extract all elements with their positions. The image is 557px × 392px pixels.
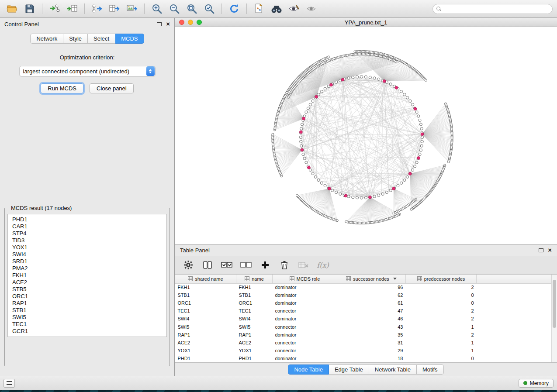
delete-column-icon[interactable]	[278, 258, 291, 272]
table-tab-edge-table[interactable]: Edge Table	[329, 364, 369, 375]
cell-predecessors[interactable]: 0	[406, 354, 477, 362]
cell-successors[interactable]: 29	[337, 347, 406, 354]
table-row[interactable]: STB1STB1dominator620	[175, 291, 551, 299]
mcds-result-item[interactable]: TID3	[8, 237, 166, 244]
run-mcds-button[interactable]: Run MCDS	[41, 83, 83, 93]
select-all-icon[interactable]	[220, 258, 233, 272]
mcds-result-item[interactable]: PHD1	[8, 216, 166, 223]
mcds-result-item[interactable]: ACE2	[8, 279, 166, 286]
cell-name[interactable]: PHD1	[236, 354, 273, 362]
save-icon[interactable]	[22, 2, 38, 16]
delete-table-icon[interactable]	[297, 258, 310, 272]
cell-role[interactable]: connector	[273, 347, 337, 354]
tab-style[interactable]: Style	[63, 34, 88, 44]
cell-name[interactable]: ORC1	[236, 299, 273, 307]
cell-successors[interactable]: 47	[337, 307, 406, 315]
column-header-mcds-role[interactable]: MCDS role	[273, 275, 337, 283]
mcds-result-item[interactable]: SWI5	[8, 314, 166, 321]
import-table-icon[interactable]	[64, 2, 80, 16]
table-scrollbar[interactable]	[551, 275, 557, 362]
cell-shared_name[interactable]: PHD1	[175, 354, 236, 362]
mcds-result-item[interactable]: STP4	[8, 230, 166, 237]
network-window-titlebar[interactable]: YPA_prune.txt_1	[175, 18, 557, 27]
zoom-out-icon[interactable]	[166, 2, 182, 16]
deselect-all-icon[interactable]	[239, 258, 253, 272]
cell-shared_name[interactable]: ACE2	[175, 339, 236, 347]
cell-shared_name[interactable]: RAP1	[175, 331, 236, 339]
show-columns-icon[interactable]	[201, 258, 214, 272]
cell-shared_name[interactable]: FKH1	[175, 283, 236, 291]
export-image-icon[interactable]	[124, 2, 140, 16]
table-row[interactable]: YOX1YOX1connector291	[175, 347, 551, 354]
cell-name[interactable]: SWI5	[236, 323, 273, 330]
cell-role[interactable]: connector	[273, 323, 337, 330]
cell-name[interactable]: ACE2	[236, 339, 273, 347]
mcds-result-item[interactable]: SWI4	[8, 251, 166, 258]
cell-predecessors[interactable]: 0	[406, 299, 477, 307]
cell-role[interactable]: dominator	[273, 315, 337, 323]
cell-predecessors[interactable]: 2	[406, 307, 477, 315]
cell-role[interactable]: dominator	[273, 299, 337, 307]
mcds-result-item[interactable]: PMA2	[8, 265, 166, 272]
table-row[interactable]: SWI5SWI5connector431	[175, 323, 551, 330]
cell-name[interactable]: RAP1	[236, 331, 273, 339]
cell-successors[interactable]: 62	[337, 291, 406, 299]
copy-share-icon[interactable]	[251, 2, 267, 16]
cell-shared_name[interactable]: TEC1	[175, 307, 236, 315]
table-row[interactable]: FKH1FKH1dominator962	[175, 283, 551, 291]
cell-name[interactable]: SWI4	[236, 315, 273, 323]
cell-role[interactable]: dominator	[273, 283, 337, 291]
column-header-name[interactable]: name	[236, 275, 273, 283]
close-table-panel-icon[interactable]: ×	[548, 248, 552, 252]
cell-successors[interactable]: 31	[337, 339, 406, 347]
mcds-result-item[interactable]: STB5	[8, 286, 166, 293]
table-tab-node-table[interactable]: Node Table	[288, 364, 329, 375]
table-settings-gear-icon[interactable]	[182, 258, 195, 272]
mcds-result-item[interactable]: RAP1	[8, 300, 166, 307]
cell-role[interactable]: dominator	[273, 331, 337, 339]
add-column-icon[interactable]	[259, 258, 272, 272]
import-network-icon[interactable]	[47, 2, 62, 16]
global-search-field[interactable]	[432, 4, 553, 14]
cell-name[interactable]: STB1	[236, 291, 273, 299]
table-tab-motifs[interactable]: Motifs	[417, 364, 444, 375]
mcds-result-item[interactable]: STB1	[8, 307, 166, 314]
open-folder-icon[interactable]	[4, 2, 20, 16]
column-header-predecessor-nodes[interactable]: predecessor nodes	[406, 275, 477, 283]
binoculars-icon[interactable]	[269, 2, 284, 16]
cell-successors[interactable]: 61	[337, 299, 406, 307]
zoom-fit-icon[interactable]	[184, 2, 200, 16]
cell-role[interactable]: dominator	[273, 354, 337, 362]
cell-shared_name[interactable]: ORC1	[175, 299, 236, 307]
cell-role[interactable]: connector	[273, 339, 337, 347]
table-tab-network-table[interactable]: Network Table	[369, 364, 417, 375]
function-builder-icon[interactable]: f(x)	[316, 258, 329, 272]
mcds-result-item[interactable]: FKH1	[8, 272, 166, 279]
cell-predecessors[interactable]: 1	[406, 339, 477, 347]
cell-name[interactable]: FKH1	[236, 283, 273, 291]
cell-predecessors[interactable]: 2	[406, 331, 477, 339]
cell-shared_name[interactable]: STB1	[175, 291, 236, 299]
mcds-result-item[interactable]: SRD1	[8, 258, 166, 265]
cell-successors[interactable]: 35	[337, 331, 406, 339]
table-row[interactable]: TEC1TEC1connector472	[175, 307, 551, 315]
mcds-result-list[interactable]: PHD1CAR1STP4TID3YOX1SWI4SRD1PMA2FKH1ACE2…	[7, 214, 167, 337]
table-row[interactable]: ORC1ORC1dominator610	[175, 299, 551, 307]
task-history-icon[interactable]	[3, 379, 15, 388]
cell-shared_name[interactable]: SWI4	[175, 315, 236, 323]
cell-name[interactable]: TEC1	[236, 307, 273, 315]
tab-network[interactable]: Network	[30, 34, 63, 44]
refresh-icon[interactable]	[226, 2, 242, 16]
cell-successors[interactable]: 46	[337, 315, 406, 323]
close-panel-button[interactable]: Close panel	[90, 83, 134, 93]
zoom-selected-icon[interactable]	[201, 2, 217, 16]
cell-predecessors[interactable]: 1	[406, 323, 477, 330]
cell-predecessors[interactable]: 2	[406, 283, 477, 291]
table-row[interactable]: PHD1PHD1dominator180	[175, 354, 551, 362]
column-header-shared-name[interactable]: shared name	[175, 275, 236, 283]
cell-shared_name[interactable]: YOX1	[175, 347, 236, 354]
cell-successors[interactable]: 96	[337, 283, 406, 291]
export-network-icon[interactable]	[89, 2, 105, 16]
mcds-result-item[interactable]: GCR1	[8, 328, 166, 335]
float-panel-icon[interactable]	[157, 22, 162, 26]
